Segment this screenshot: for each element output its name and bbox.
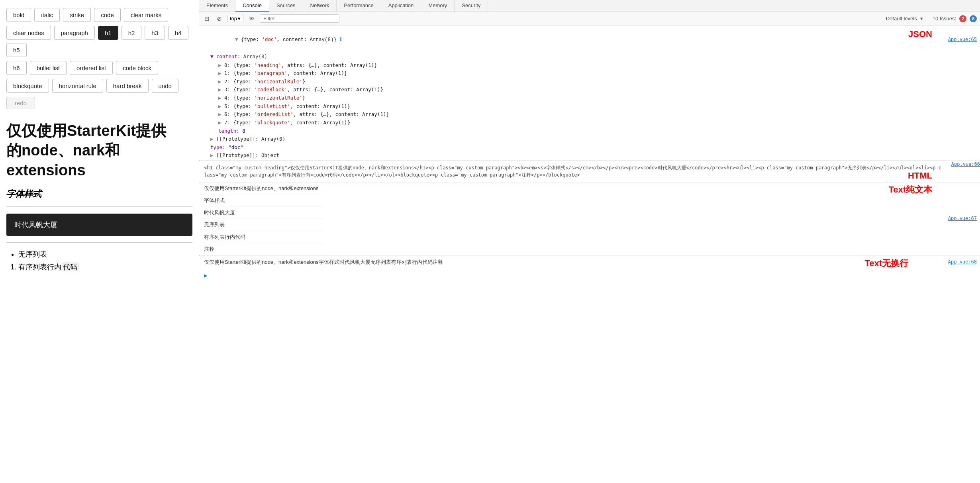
app-vue-68-link[interactable]: App.vue:68 [948, 258, 977, 266]
editor-ordered-item: 有序列表行内代码 [18, 262, 192, 272]
tab-performance[interactable]: Performance [337, 0, 381, 12]
devtools-content[interactable]: ▼ {type: 'doc', content: Array(8)} ℹ App… [199, 26, 980, 483]
toolbar-row-1: bold italic strike code clear marks [6, 8, 192, 22]
h6-button[interactable]: h6 [6, 61, 27, 75]
editor-content[interactable]: 仅仅使用StarterKit提供 的node、nark和 extensions … [6, 121, 192, 272]
tree-item-5: ▶ 5: {type: 'bulletList', content: Array… [199, 102, 980, 111]
sidebar-toggle-icon[interactable]: ⊟ [202, 14, 212, 23]
text-pure-label: Text纯文本 [888, 183, 932, 197]
expand-icon[interactable]: ▶ [204, 273, 207, 279]
top-selector[interactable]: top ▾ [227, 15, 243, 22]
tab-sources[interactable]: Sources [269, 0, 303, 12]
app-vue-65-link[interactable]: App.vue:65 [948, 36, 977, 44]
toolbar-row-2: clear nodes paragraph h1 h2 h3 h4 h5 [6, 26, 192, 57]
tab-elements[interactable]: Elements [199, 0, 235, 12]
tree-item-1: ▶ 1: {type: 'paragraph', content: Array(… [199, 69, 980, 78]
tree-length: length: 8 [199, 127, 980, 135]
blockquote-button[interactable]: blockquote [6, 79, 49, 93]
toolbar-row-redo: redo [6, 97, 192, 109]
text-nobreak-section: 仅仅使用StarterKit提供的node、nark和extensions字体样… [199, 256, 980, 268]
app-vue-66-link[interactable]: App.vue:66 [951, 161, 980, 169]
tree-content-key: ▼ content: Array(8) [199, 53, 980, 61]
html-row: <h1 class="my-custom-heading">仅仅使用Starte… [199, 161, 980, 182]
html-content: <h1 class="my-custom-heading">仅仅使用Starte… [199, 161, 947, 182]
bullet-list-button[interactable]: bullet list [30, 61, 67, 75]
tab-security[interactable]: Security [455, 0, 488, 12]
code-block-button[interactable]: code block [116, 61, 158, 75]
h2-button[interactable]: h2 [122, 26, 142, 40]
filter-input[interactable] [260, 14, 339, 23]
default-levels-label: Default levels [886, 16, 917, 22]
redo-button[interactable]: redo [6, 97, 35, 109]
horizontal-rule-button[interactable]: horizontal rule [52, 79, 103, 93]
h3-button[interactable]: h3 [145, 26, 165, 40]
clear-console-icon[interactable]: ⊘ [215, 14, 224, 23]
issues-blue-badge: 8 [970, 15, 977, 22]
toolbar-row-4: blockquote horizontal rule hard break un… [6, 79, 192, 93]
text-nobreak-label: Text无换行 [864, 256, 908, 271]
editor-code-block: 时代风帆大厦 [6, 214, 192, 236]
dropdown-icon: ▾ [920, 16, 923, 22]
text-nobreak-row: 仅仅使用StarterKit提供的node、nark和extensions字体样… [199, 256, 980, 268]
text-pure-label-container: 仅仅使用StarterKit提供的node、nark和extensions 字体… [199, 183, 323, 255]
tree-item-2: ▶ 2: {type: 'horizontalRule'} [199, 78, 980, 86]
json-section: ▼ {type: 'doc', content: Array(8)} ℹ App… [199, 27, 980, 160]
bold-button[interactable]: bold [6, 8, 31, 22]
text-row-5: 有序列表行内代码 [199, 231, 323, 243]
tree-item-6: ▶ 6: {type: 'orderedList', attrs: {…}, c… [199, 110, 980, 119]
html-section-label: HTML [908, 169, 932, 183]
text-pure-section: 仅仅使用StarterKit提供的node、nark和extensions 字体… [199, 183, 980, 255]
editor-ordered-list: 有序列表行内代码 [18, 262, 192, 272]
html-section-container: <h1 class="my-custom-heading">仅仅使用Starte… [199, 161, 980, 182]
expand-arrow[interactable]: ▶ [199, 268, 980, 284]
editor-heading: 仅仅使用StarterKit提供 的node、nark和 extensions [6, 121, 192, 180]
editor-panel: bold italic strike code clear marks clea… [0, 0, 199, 483]
paragraph-button[interactable]: paragraph [54, 26, 95, 40]
tab-network[interactable]: Network [303, 0, 337, 12]
editor-horizontal-rule-1 [6, 206, 192, 207]
app-vue-67-link[interactable]: App.vue:67 [948, 215, 977, 223]
tab-memory[interactable]: Memory [421, 0, 455, 12]
h5-button[interactable]: h5 [6, 43, 27, 57]
strike-button[interactable]: strike [63, 8, 91, 22]
editor-bullet-list: 无序列表 [18, 249, 192, 259]
clear-nodes-button[interactable]: clear nodes [6, 26, 51, 40]
text-pure-header: 仅仅使用StarterKit提供的node、nark和extensions 字体… [199, 183, 980, 255]
tree-root-row: ▼ {type: 'doc', content: Array(8)} ℹ App… [199, 27, 980, 53]
text-row-1: 仅仅使用StarterKit提供的node、nark和extensions [199, 183, 323, 194]
tree-prototype2: ▶ [[Prototype]]: Object [199, 151, 980, 160]
tree-item-4: ▶ 4: {type: 'horizontalRule'} [199, 94, 980, 102]
editor-bold-text: 字体样式 [6, 188, 192, 200]
issues-red-badge: 2 [959, 15, 966, 22]
text-row-4: 无序列表 [199, 219, 323, 231]
editor-bullet-item: 无序列表 [18, 249, 192, 259]
devtools-tab-bar: Elements Console Sources Network Perform… [199, 0, 980, 12]
text-row-6: 注释 [199, 243, 323, 255]
json-section-label: JSON [908, 27, 932, 41]
tab-console[interactable]: Console [235, 0, 269, 12]
devtools-panel: Elements Console Sources Network Perform… [199, 0, 980, 483]
hard-break-button[interactable]: hard break [106, 79, 149, 93]
undo-button[interactable]: undo [152, 79, 178, 93]
text-nobreak-content: 仅仅使用StarterKit提供的node、nark和extensions字体样… [199, 256, 948, 268]
tree-item-0: ▶ 0: {type: 'heading', attrs: {…}, conte… [199, 61, 980, 70]
tab-application[interactable]: Application [381, 0, 421, 12]
h1-button[interactable]: h1 [98, 26, 118, 40]
inline-code: 代码 [61, 262, 79, 271]
top-label: top [230, 16, 237, 22]
code-button[interactable]: code [94, 8, 121, 22]
toolbar-row-3: h6 bullet list ordered list code block [6, 61, 192, 75]
h4-button[interactable]: h4 [168, 26, 188, 40]
eye-icon[interactable]: 👁 [247, 14, 257, 23]
tree-root: ▼ {type: 'doc', content: Array(8)} ℹ [199, 28, 342, 51]
tree-prototype1: ▶ [[Prototype]]: Array(0) [199, 135, 980, 143]
text-row-2: 字体样式 [199, 194, 323, 206]
tree-type: type: "doc" [199, 143, 980, 152]
tree-item-3: ▶ 3: {type: 'codeBlock', attrs: {…}, con… [199, 86, 980, 94]
devtools-top-bar: ⊟ ⊘ top ▾ 👁 Default levels ▾ 10 Issues: … [199, 12, 980, 26]
clear-marks-button[interactable]: clear marks [124, 8, 169, 22]
italic-button[interactable]: italic [34, 8, 60, 22]
text-row-3: 时代风帆大厦 [199, 207, 323, 219]
ordered-list-button[interactable]: ordered list [70, 61, 113, 75]
issues-label: 10 Issues: [933, 16, 956, 22]
